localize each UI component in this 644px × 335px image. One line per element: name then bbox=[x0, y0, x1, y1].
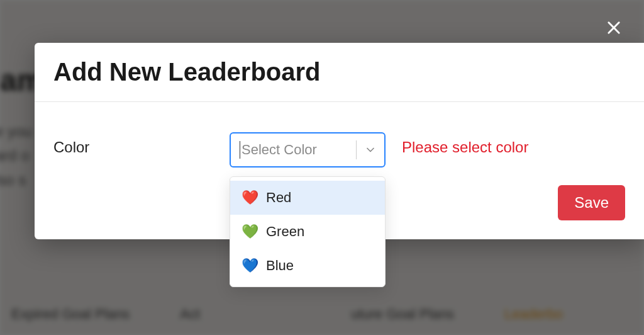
color-validation-message: Please select color bbox=[402, 132, 528, 156]
heart-blue-icon: 💙 bbox=[242, 258, 258, 274]
modal-body: Color Select Color ❤️ Red 💚 Green bbox=[35, 102, 644, 185]
modal-header: Add New Leaderboard bbox=[35, 43, 644, 102]
color-option-blue[interactable]: 💙 Blue bbox=[230, 249, 385, 283]
text-caret bbox=[240, 141, 240, 159]
close-button[interactable] bbox=[602, 18, 625, 40]
modal-title: Add New Leaderboard bbox=[53, 58, 625, 86]
heart-green-icon: 💚 bbox=[242, 224, 258, 240]
select-separator bbox=[356, 140, 357, 159]
color-dropdown-menu: ❤️ Red 💚 Green 💙 Blue bbox=[230, 176, 386, 287]
color-field-label: Color bbox=[53, 132, 217, 156]
heart-red-icon: ❤️ bbox=[242, 190, 258, 206]
color-option-green[interactable]: 💚 Green bbox=[230, 215, 385, 249]
color-option-label: Red bbox=[266, 190, 291, 206]
color-select[interactable]: Select Color bbox=[230, 132, 386, 168]
save-button[interactable]: Save bbox=[558, 185, 625, 220]
add-leaderboard-modal: Add New Leaderboard Color Select Color ❤… bbox=[35, 43, 644, 239]
color-option-label: Green bbox=[266, 224, 304, 240]
color-select-wrap: Select Color ❤️ Red 💚 Green 💙 Blue bbox=[230, 132, 386, 168]
color-option-label: Blue bbox=[266, 258, 294, 274]
close-icon bbox=[605, 19, 623, 39]
color-option-red[interactable]: ❤️ Red bbox=[230, 181, 385, 215]
chevron-down-icon[interactable] bbox=[363, 142, 378, 157]
color-select-placeholder: Select Color bbox=[242, 142, 350, 158]
